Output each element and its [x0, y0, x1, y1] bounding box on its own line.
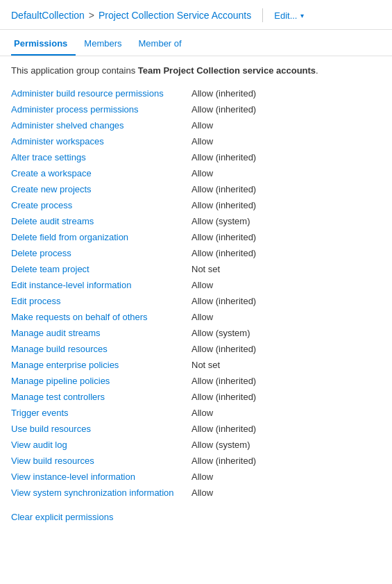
- permission-row: Delete team projectNot set: [11, 261, 381, 277]
- permission-value: Allow: [191, 168, 381, 178]
- permission-name[interactable]: Alter trace settings: [11, 152, 191, 162]
- permission-name[interactable]: Delete process: [11, 248, 191, 258]
- permission-name[interactable]: Manage test controllers: [11, 392, 191, 402]
- permission-name[interactable]: Delete audit streams: [11, 216, 191, 226]
- permission-value: Allow: [191, 472, 381, 482]
- permission-value: Allow (inherited): [191, 456, 381, 466]
- permission-value: Allow (inherited): [191, 184, 381, 194]
- permission-row: View audit logAllow (system): [11, 437, 381, 453]
- permission-value: Allow (system): [191, 216, 381, 226]
- permission-row: Manage build resourcesAllow (inherited): [11, 341, 381, 357]
- permission-row: View instance-level informationAllow: [11, 469, 381, 485]
- permission-row: Create a workspaceAllow: [11, 165, 381, 181]
- permission-value: Allow (inherited): [191, 344, 381, 354]
- permission-value: Allow: [191, 487, 381, 498]
- page-header: DefaultCollection > Project Collection S…: [0, 0, 392, 30]
- permission-row: Delete processAllow (inherited): [11, 245, 381, 261]
- permission-row: Administer process permissionsAllow (inh…: [11, 101, 381, 117]
- description-highlight: Team Project Collection service accounts: [138, 65, 316, 76]
- permission-row: Manage audit streamsAllow (system): [11, 325, 381, 341]
- permission-name[interactable]: Manage build resources: [11, 344, 191, 354]
- chevron-down-icon: ▾: [300, 12, 304, 19]
- permission-row: Edit processAllow (inherited): [11, 293, 381, 309]
- header-divider: [262, 8, 263, 22]
- permission-row: Trigger eventsAllow: [11, 405, 381, 421]
- permission-name[interactable]: Edit instance-level information: [11, 280, 191, 290]
- permission-value: Allow (inherited): [191, 424, 381, 434]
- permission-row: Manage enterprise policiesNot set: [11, 357, 381, 373]
- tab-member-of[interactable]: Member of: [136, 33, 190, 56]
- clear-permissions-link[interactable]: Clear explicit permissions: [11, 512, 113, 522]
- permission-name[interactable]: Edit process: [11, 296, 191, 306]
- permission-name[interactable]: Create a workspace: [11, 168, 191, 178]
- permission-value: Allow: [191, 120, 381, 131]
- permission-row: Alter trace settingsAllow (inherited): [11, 149, 381, 165]
- permission-value: Allow (system): [191, 328, 381, 338]
- permission-value: Not set: [191, 360, 381, 370]
- permission-value: Not set: [191, 264, 381, 274]
- permission-row: Make requests on behalf of othersAllow: [11, 309, 381, 325]
- breadcrumb: DefaultCollection > Project Collection S…: [11, 10, 251, 21]
- permission-value: Allow (inherited): [191, 88, 381, 99]
- permission-name[interactable]: Manage enterprise policies: [11, 360, 191, 370]
- tabs-bar: Permissions Members Member of: [0, 33, 392, 56]
- permission-row: Manage test controllersAllow (inherited): [11, 389, 381, 405]
- breadcrumb-separator: >: [89, 10, 94, 21]
- permission-value: Allow (inherited): [191, 200, 381, 210]
- permission-row: Manage pipeline policiesAllow (inherited…: [11, 373, 381, 389]
- permission-value: Allow (inherited): [191, 232, 381, 242]
- permission-name[interactable]: View build resources: [11, 456, 191, 466]
- permission-name[interactable]: Administer shelved changes: [11, 120, 191, 131]
- permission-name[interactable]: View instance-level information: [11, 472, 191, 482]
- tab-permissions[interactable]: Permissions: [11, 33, 76, 56]
- permission-row: Delete audit streamsAllow (system): [11, 213, 381, 229]
- permission-name[interactable]: Administer build resource permissions: [11, 88, 191, 99]
- permission-row: View system synchronization informationA…: [11, 485, 381, 501]
- edit-button[interactable]: Edit... ▾: [274, 10, 303, 21]
- content-area: This application group contains Team Pro…: [0, 56, 392, 531]
- permission-name[interactable]: Use build resources: [11, 424, 191, 434]
- permission-value: Allow: [191, 408, 381, 418]
- description-text: This application group contains Team Pro…: [11, 65, 381, 77]
- permission-value: Allow (inherited): [191, 104, 381, 115]
- permission-name[interactable]: Delete field from organization: [11, 232, 191, 242]
- permission-name[interactable]: Administer workspaces: [11, 136, 191, 147]
- permission-name[interactable]: Create new projects: [11, 184, 191, 194]
- permission-name[interactable]: Create process: [11, 200, 191, 210]
- permission-name[interactable]: Trigger events: [11, 408, 191, 418]
- permission-row: Create new projectsAllow (inherited): [11, 181, 381, 197]
- permission-row: Administer workspacesAllow: [11, 133, 381, 149]
- permission-row: Edit instance-level informationAllow: [11, 277, 381, 293]
- permission-value: Allow (inherited): [191, 296, 381, 306]
- permission-name[interactable]: Manage audit streams: [11, 328, 191, 338]
- permission-name[interactable]: View audit log: [11, 440, 191, 450]
- tab-members[interactable]: Members: [81, 33, 130, 56]
- permission-name[interactable]: Administer process permissions: [11, 104, 191, 115]
- permission-value: Allow: [191, 312, 381, 322]
- permission-row: View build resourcesAllow (inherited): [11, 453, 381, 469]
- permission-value: Allow (inherited): [191, 392, 381, 402]
- permission-value: Allow (inherited): [191, 248, 381, 258]
- permission-name[interactable]: Manage pipeline policies: [11, 376, 191, 386]
- permission-name[interactable]: Delete team project: [11, 264, 191, 274]
- permission-value: Allow: [191, 136, 381, 147]
- edit-label: Edit...: [274, 10, 297, 21]
- permission-row: Administer build resource permissionsAll…: [11, 85, 381, 101]
- permission-name[interactable]: View system synchronization information: [11, 487, 191, 498]
- permission-row: Administer shelved changesAllow: [11, 117, 381, 133]
- permission-value: Allow (inherited): [191, 152, 381, 162]
- breadcrumb-current: Project Collection Service Accounts: [99, 10, 251, 21]
- permission-row: Create processAllow (inherited): [11, 197, 381, 213]
- permission-value: Allow: [191, 280, 381, 290]
- permission-row: Use build resourcesAllow (inherited): [11, 421, 381, 437]
- permission-name[interactable]: Make requests on behalf of others: [11, 312, 191, 322]
- permission-row: Delete field from organizationAllow (inh…: [11, 229, 381, 245]
- permission-value: Allow (system): [191, 440, 381, 450]
- permission-value: Allow (inherited): [191, 376, 381, 386]
- breadcrumb-parent[interactable]: DefaultCollection: [11, 10, 85, 21]
- permissions-table: Administer build resource permissionsAll…: [11, 85, 381, 501]
